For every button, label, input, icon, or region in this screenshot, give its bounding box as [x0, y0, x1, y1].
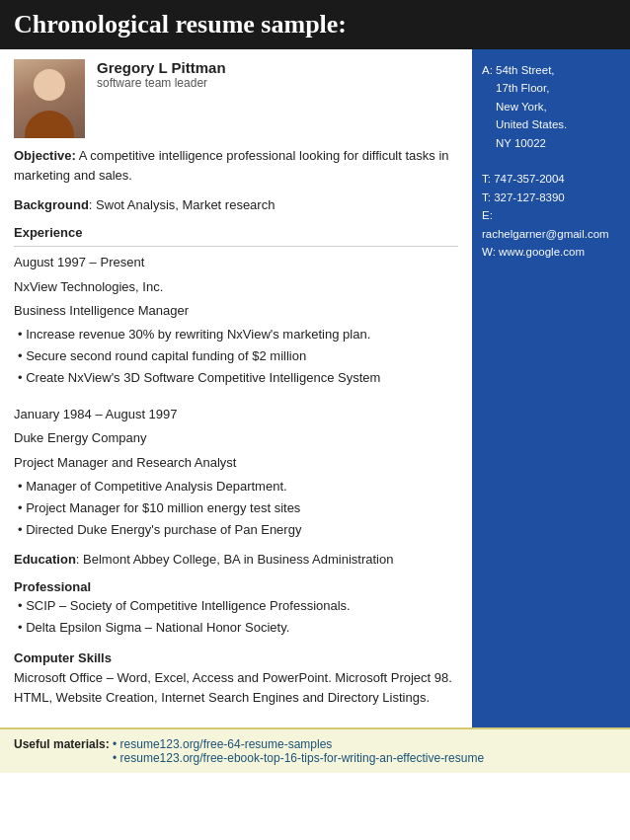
sidebar-address-line5: NY 10022 — [482, 137, 546, 149]
job2-bullet1: Manager of Competitive Analysis Departme… — [14, 477, 458, 496]
profile-section: Gregory L Pittman software team leader — [14, 59, 458, 138]
sidebar-address-line1: 54th Street, — [496, 64, 554, 76]
professional-bullet2: Delta Epsilon Sigma – National Honor Soc… — [14, 618, 458, 638]
footer-bar: Useful materials: • resume123.org/free-6… — [0, 727, 630, 773]
education-text: Education: Belmont Abbey College, BA in … — [14, 550, 458, 570]
professional-heading: Professional — [14, 579, 458, 594]
sidebar-email-value: rachelgarner@gmail.com — [482, 228, 609, 240]
sidebar-address-line2: 17th Floor, — [482, 82, 549, 94]
page-header: Chronological resume sample: — [0, 0, 630, 49]
sidebar-email: E: rachelgarner@gmail.com — [482, 206, 620, 243]
job1-title: Business Intelligence Manager — [14, 301, 458, 321]
education-content: : Belmont Abbey College, BA in Business … — [76, 552, 394, 567]
job1-bullet3: Create NxView's 3D Software Competitive … — [14, 368, 458, 388]
sidebar-web-value: www.google.com — [499, 246, 585, 258]
profile-info: Gregory L Pittman software team leader — [97, 59, 226, 90]
sidebar-phone2-value: 327-127-8390 — [494, 191, 565, 203]
background-text: Background: Swot Analysis, Market resear… — [14, 195, 458, 215]
experience-heading: Experience — [14, 225, 458, 240]
sidebar-phone2-label: T: — [482, 191, 494, 203]
sidebar-web-label: W: — [482, 246, 499, 258]
background-label: Background — [14, 197, 89, 212]
computer-skills-section: Computer Skills Microsoft Office – Word,… — [14, 649, 458, 708]
resume-content: Gregory L Pittman software team leader O… — [0, 49, 472, 727]
sidebar-phone2: T: 327-127-8390 — [482, 189, 620, 206]
objective-content: A competitive intelligence professional … — [14, 148, 449, 183]
background-section: Background: Swot Analysis, Market resear… — [14, 195, 458, 215]
job1-bullet2: Secure second round capital funding of $… — [14, 346, 458, 366]
sidebar-phone1: T: 747-357-2004 — [482, 170, 620, 188]
sidebar-address-line3: New York, — [482, 101, 547, 113]
job1-company: NxView Technologies, Inc. — [14, 277, 458, 297]
objective-text: Objective: A competitive intelligence pr… — [14, 146, 458, 186]
job2-company: Duke Energy Company — [14, 428, 458, 448]
experience-divider — [14, 246, 458, 247]
footer-label: Useful materials: — [14, 737, 110, 751]
experience-section: Experience August 1997 – Present NxView … — [14, 225, 458, 540]
footer-link2[interactable]: • resume123.org/free-ebook-top-16-tips-f… — [14, 751, 484, 765]
main-layout: Gregory L Pittman software team leader O… — [0, 49, 630, 727]
right-sidebar: A: 54th Street, 17th Floor, New York, Un… — [472, 49, 630, 727]
computer-skills-text: Computer Skills Microsoft Office – Word,… — [14, 649, 458, 708]
computer-skills-content: Microsoft Office – Word, Excel, Access a… — [14, 670, 452, 705]
profile-job-title: software team leader — [97, 76, 226, 90]
profile-image — [14, 59, 85, 138]
education-label: Education — [14, 552, 76, 567]
job2-bullet2: Project Manager for $10 million energy t… — [14, 498, 458, 518]
sidebar-address-line4: United States. — [482, 118, 567, 130]
education-section: Education: Belmont Abbey College, BA in … — [14, 550, 458, 570]
sidebar-email-label: E: — [482, 209, 493, 221]
job2-block: January 1984 – August 1997 Duke Energy C… — [14, 405, 458, 540]
professional-bullet1: SCIP – Society of Competitive Intelligen… — [14, 596, 458, 616]
computer-skills-label: Computer Skills — [14, 650, 112, 665]
objective-section: Objective: A competitive intelligence pr… — [14, 146, 458, 186]
sidebar-address-label: A: — [482, 64, 496, 76]
sidebar-address-block: A: 54th Street, 17th Floor, New York, Un… — [482, 61, 620, 152]
profile-photo — [14, 59, 85, 138]
job1-block: August 1997 – Present NxView Technologie… — [14, 253, 458, 388]
objective-label: Objective: — [14, 148, 76, 163]
profile-name: Gregory L Pittman — [97, 59, 226, 76]
footer-link1[interactable]: • resume123.org/free-64-resume-samples — [113, 737, 332, 751]
sidebar-web: W: www.google.com — [482, 243, 620, 261]
page-title: Chronological resume sample: — [14, 10, 616, 39]
job1-bullet1: Increase revenue 30% by rewriting NxView… — [14, 325, 458, 344]
job2-bullet3: Directed Duke Energy's purchase of Pan E… — [14, 520, 458, 540]
job1-dates: August 1997 – Present — [14, 253, 458, 272]
sidebar-phone1-value: 747-357-2004 — [494, 173, 565, 185]
sidebar-phone1-label: T: — [482, 173, 494, 185]
job2-dates: January 1984 – August 1997 — [14, 405, 458, 424]
job2-title: Project Manager and Research Analyst — [14, 453, 458, 473]
background-content: : Swot Analysis, Market research — [89, 197, 276, 212]
professional-section: Professional SCIP – Society of Competiti… — [14, 579, 458, 638]
